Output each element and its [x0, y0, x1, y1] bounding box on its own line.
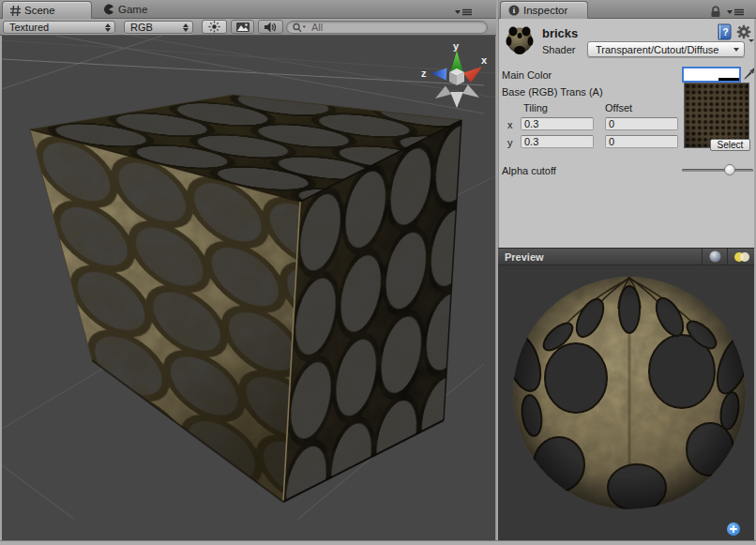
plus-icon — [733, 525, 734, 533]
texture-dots-pattern — [685, 83, 748, 147]
color-mode-value: RGB — [130, 22, 183, 33]
gizmo-neg-z-cone[interactable] — [435, 85, 451, 98]
tab-inspector-label: Inspector — [523, 5, 567, 16]
chevron-down-icon — [733, 48, 739, 52]
gizmo-neg-x-cone[interactable] — [462, 84, 479, 98]
gizmo-neg-y-cone[interactable] — [450, 92, 463, 108]
color-mode-dropdown[interactable]: RGB — [124, 21, 193, 34]
chevron-down-icon — [727, 10, 733, 14]
unity-editor-window: Scene Game Textured RGB — [0, 0, 756, 545]
lights-icon — [733, 251, 750, 263]
chevron-down-icon — [455, 10, 461, 14]
scene-viewport[interactable]: y x z — [2, 36, 495, 540]
scene-search-field[interactable] — [286, 21, 488, 34]
gizmo-x-cone[interactable] — [463, 67, 482, 83]
alpha-cutoff-label: Alpha cutoff — [502, 165, 556, 176]
draw-mode-value: Textured — [9, 22, 105, 33]
tab-scene-label: Scene — [24, 5, 55, 16]
tab-inspector[interactable]: i Inspector — [500, 1, 588, 19]
asset-labels-button[interactable] — [727, 522, 740, 536]
updown-arrows-icon — [105, 23, 111, 32]
tiling-y-field[interactable] — [521, 135, 594, 148]
lock-icon[interactable] — [710, 6, 721, 18]
row-x-label: x — [507, 119, 513, 130]
menu-lines-icon — [462, 8, 472, 16]
preview-primitive-button[interactable] — [703, 249, 727, 265]
preview-title: Preview — [505, 251, 702, 263]
alpha-cutoff-knob[interactable] — [724, 164, 735, 175]
gizmo-z-label: z — [421, 68, 427, 79]
shader-value: Transparent/Cutout/Diffuse — [596, 44, 733, 55]
tiling-label: Tiling — [523, 102, 548, 114]
textured-cube[interactable] — [2, 71, 495, 540]
offset-x-field[interactable] — [605, 117, 678, 130]
offset-y-field[interactable] — [605, 135, 678, 148]
speaker-icon — [265, 22, 277, 33]
row-y-label: y — [507, 137, 513, 148]
gizmo-x-label: x — [481, 54, 488, 66]
main-color-swatch[interactable] — [682, 67, 741, 83]
window-bottom-strip — [0, 540, 756, 545]
scene-panel-menu-icon[interactable] — [455, 8, 472, 16]
search-icon — [293, 23, 306, 33]
gear-icon[interactable] — [736, 24, 754, 42]
skybox-toggle-button[interactable] — [231, 20, 254, 34]
preview-area[interactable] — [498, 265, 756, 540]
audio-toggle-button[interactable] — [258, 20, 283, 34]
tab-scene[interactable]: Scene — [2, 1, 92, 19]
svg-text:?: ? — [722, 27, 728, 38]
preview-light-button[interactable] — [728, 249, 756, 265]
shader-dropdown[interactable]: Transparent/Cutout/Diffuse — [587, 41, 745, 57]
help-icon[interactable]: ? — [716, 23, 733, 41]
image-icon — [236, 23, 249, 32]
material-name: bricks — [542, 26, 578, 40]
color-alpha-bar — [684, 78, 739, 81]
scene-grid-icon — [10, 6, 21, 16]
preview-sphere-canvas — [498, 265, 756, 540]
tab-game[interactable]: Game — [103, 0, 147, 19]
gizmo-y-label: y — [453, 40, 460, 52]
search-input[interactable] — [310, 21, 481, 34]
updown-arrows-icon — [183, 23, 189, 32]
select-button-label: Select — [718, 140, 744, 150]
sun-icon — [208, 21, 220, 33]
alpha-cutoff-slider[interactable] — [682, 169, 753, 172]
sphere-primitive-icon — [709, 250, 721, 263]
info-icon: i — [508, 5, 520, 16]
preview-header[interactable]: Preview — [498, 248, 756, 265]
window-left-edge — [0, 36, 2, 540]
offset-label: Offset — [605, 102, 632, 114]
draw-mode-dropdown[interactable]: Textured — [3, 21, 115, 34]
tab-game-label: Game — [118, 4, 147, 15]
shader-label: Shader — [542, 44, 575, 55]
tiling-x-field[interactable] — [521, 117, 594, 130]
base-map-label: Base (RGB) Trans (A) — [502, 86, 603, 98]
gizmo-z-cone[interactable] — [431, 68, 446, 81]
material-sphere-icon — [505, 23, 535, 57]
lighting-toggle-button[interactable] — [202, 20, 227, 34]
inspector-panel-menu-icon[interactable] — [727, 8, 744, 16]
menu-lines-icon — [734, 8, 744, 16]
scene-axis-gizmo[interactable]: y x z — [420, 39, 493, 113]
texture-select-button[interactable]: Select — [710, 139, 750, 151]
main-color-label: Main Color — [502, 69, 552, 81]
game-icon — [103, 4, 114, 15]
